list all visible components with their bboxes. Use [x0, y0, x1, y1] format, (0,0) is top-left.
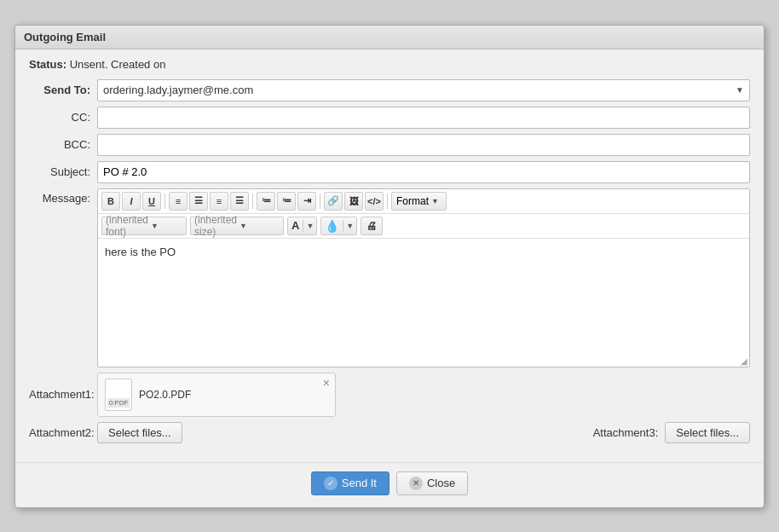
status-label: Status: [29, 58, 66, 71]
justify-button[interactable]: ☰ [230, 192, 249, 211]
close-button[interactable]: ✕ Close [396, 471, 468, 495]
file-type-label-1: 0:PDF [107, 398, 130, 408]
align-center-button[interactable]: ☰ [189, 192, 208, 211]
status-value: Unsent. Created on [70, 58, 166, 71]
highlight-button[interactable]: 💧 ▼ [320, 217, 357, 235]
toolbar-sep-4 [387, 194, 388, 209]
file-icon-1: 0:PDF [105, 379, 132, 411]
highlight-arrow[interactable]: ▼ [343, 220, 356, 232]
font-dropdown-arrow: ▼ [151, 222, 182, 230]
attachment1-filename: PO2.0.PDF [139, 389, 328, 401]
attachment1-box: 0:PDF PO2.0.PDF × [97, 373, 336, 417]
send-it-button[interactable]: ✓ Send It [311, 471, 390, 495]
attachment1-remove-button[interactable]: × [323, 377, 330, 389]
dialog-footer: ✓ Send It ✕ Close [15, 462, 764, 507]
send-to-value: ordering.lady.jaymer@me.com [103, 84, 736, 96]
attachment3-select-button[interactable]: Select files... [665, 422, 750, 443]
cc-row: CC: [29, 107, 750, 129]
highlight-main: 💧 [321, 217, 343, 234]
bcc-row: BCC: [29, 134, 750, 156]
print-button[interactable]: 🖨 [361, 217, 383, 235]
message-label: Message: [29, 188, 97, 205]
cc-label: CC: [29, 111, 97, 124]
format-label: Format [396, 195, 429, 207]
send-check-icon: ✓ [324, 477, 338, 490]
image-button[interactable]: 🖼 [344, 192, 363, 211]
toolbar-sep-1 [164, 194, 165, 209]
attachment1-label: Attachment1: [29, 388, 97, 401]
ordered-list-button[interactable]: ≔ [277, 192, 296, 211]
status-row: Status: Unsent. Created on [29, 58, 750, 71]
send-to-label: Send To: [29, 84, 97, 96]
font-color-button[interactable]: A ▼ [287, 217, 317, 235]
toolbar-sep-3 [320, 194, 320, 209]
message-editor: B I U ≡ ☰ ≡ ☰ ≔ ≔ ⇥ 🔗 🖼 </> [97, 188, 750, 367]
message-row: Message: B I U ≡ ☰ ≡ ☰ ≔ ≔ ⇥ 🔗 [29, 188, 750, 367]
subject-input[interactable] [97, 161, 750, 183]
font-select[interactable]: (inherited font) ▼ [101, 217, 187, 235]
close-button-label: Close [427, 477, 455, 489]
format-dropdown[interactable]: Format ▼ [391, 192, 447, 211]
attachment2-left: Attachment2: Select files... [29, 422, 593, 443]
bullet-list-button[interactable]: ≔ [257, 192, 275, 211]
attachment2-label: Attachment2: [29, 426, 97, 439]
editor-toolbar-1: B I U ≡ ☰ ≡ ☰ ≔ ≔ ⇥ 🔗 🖼 </> [98, 189, 749, 214]
align-left-button[interactable]: ≡ [169, 192, 188, 211]
italic-button[interactable]: I [122, 192, 141, 211]
size-select-value: (inherited size) [194, 214, 237, 238]
bcc-label: BCC: [29, 138, 97, 151]
send-to-field[interactable]: ordering.lady.jaymer@me.com ▼ [97, 79, 750, 101]
send-to-row: Send To: ordering.lady.jaymer@me.com ▼ [29, 79, 750, 101]
editor-toolbar-2: (inherited font) ▼ (inherited size) ▼ A … [98, 214, 749, 239]
format-dropdown-arrow: ▼ [431, 197, 439, 205]
editor-content[interactable]: here is the PO [98, 239, 749, 367]
subject-label: Subject: [29, 165, 97, 178]
font-select-value: (inherited font) [106, 214, 148, 238]
send-to-dropdown-arrow[interactable]: ▼ [736, 85, 744, 95]
dialog-title: Outgoing Email [15, 26, 764, 49]
indent-button[interactable]: ⇥ [297, 192, 316, 211]
message-text: here is the PO [105, 246, 176, 258]
bcc-input[interactable] [97, 134, 750, 156]
ink-icon: 💧 [325, 219, 339, 233]
font-color-main: A [288, 217, 303, 234]
bold-button[interactable]: B [101, 192, 120, 211]
size-dropdown-arrow: ▼ [239, 222, 280, 230]
font-color-icon: A [291, 219, 299, 232]
cc-input[interactable] [97, 107, 750, 129]
toolbar-sep-2 [252, 194, 253, 209]
attachment2-select-button[interactable]: Select files... [97, 422, 182, 443]
underline-button[interactable]: U [142, 192, 161, 211]
subject-row: Subject: [29, 161, 750, 183]
attachment3-area: Attachment3: Select files... [593, 422, 750, 443]
size-select[interactable]: (inherited size) ▼ [190, 217, 284, 235]
align-right-button[interactable]: ≡ [210, 192, 228, 211]
attachment1-row: Attachment1: 0:PDF PO2.0.PDF × [29, 373, 750, 417]
editor-area-wrapper: here is the PO ◢ [98, 239, 749, 367]
attachment3-label: Attachment3: [593, 426, 666, 439]
font-color-arrow[interactable]: ▼ [303, 220, 316, 232]
outgoing-email-dialog: Outgoing Email Status: Unsent. Created o… [14, 25, 765, 508]
code-button[interactable]: </> [365, 192, 384, 211]
send-button-label: Send It [342, 477, 377, 489]
resize-handle[interactable]: ◢ [739, 356, 749, 367]
link-button[interactable]: 🔗 [324, 192, 343, 211]
attachment2-row: Attachment2: Select files... Attachment3… [29, 422, 750, 443]
close-x-icon: ✕ [409, 477, 423, 490]
